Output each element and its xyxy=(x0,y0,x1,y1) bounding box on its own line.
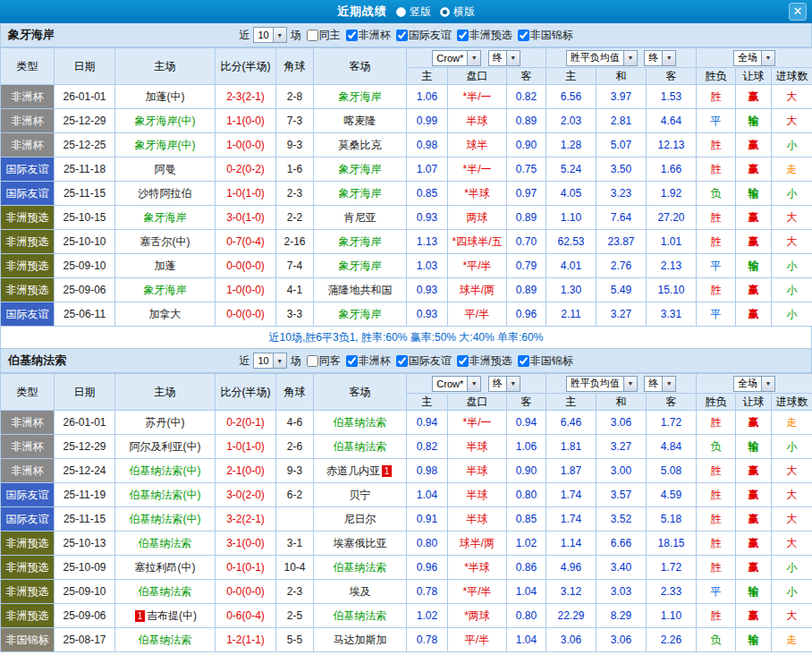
goals-result-cell: 大 xyxy=(772,85,812,109)
match-date: 25-06-11 xyxy=(55,302,115,327)
away-team: 伯基纳法索 xyxy=(314,556,407,580)
avg-draw-odds: 2.81 xyxy=(596,109,647,133)
avg-win-odds: 3.12 xyxy=(546,580,596,604)
handicap-cell: *四球半/五 xyxy=(448,230,507,254)
filter-checkbox-chan[interactable]: 非国锦标 xyxy=(514,28,573,43)
away-team: 喀麦隆 xyxy=(314,109,407,133)
away-odds: 0.89 xyxy=(507,109,546,133)
corner-cell: 3-1 xyxy=(276,532,314,556)
table-row: 国际友谊 25-06-11 加拿大 0-0(0-0) 3-3 象牙海岸 0.93… xyxy=(1,302,812,327)
corner-cell: 2-8 xyxy=(276,85,314,109)
goals-result-cell: 小 xyxy=(772,580,812,604)
away-odds: 1.06 xyxy=(507,435,546,459)
recent-count-dropdown[interactable]: 10▼ xyxy=(253,353,286,369)
away-team-name: 伯基纳法索 xyxy=(334,416,387,429)
matches-table: 类型 日期 主场 比分(半场) 角球 客场 Crow*▼ 终▼ 胜平负均值▼ 终… xyxy=(0,47,812,327)
checkbox[interactable] xyxy=(307,355,318,367)
match-date: 25-10-09 xyxy=(55,556,115,580)
recent-count-dropdown[interactable]: 10▼ xyxy=(253,27,286,43)
avg-win-odds: 6.46 xyxy=(546,411,596,435)
handicap-result-cell: 赢 xyxy=(736,302,772,327)
filter-checkbox-friendly[interactable]: 国际友谊 xyxy=(393,28,452,43)
radio-icon[interactable] xyxy=(440,7,450,17)
checkbox[interactable] xyxy=(307,30,318,41)
home-team: 象牙海岸 xyxy=(115,278,216,302)
away-team-name: 喀麦隆 xyxy=(344,115,376,127)
radio-icon[interactable] xyxy=(396,7,406,17)
final-odds-dropdown[interactable]: 终▼ xyxy=(488,376,520,392)
handicap-result-cell: 输 xyxy=(736,182,772,206)
match-date: 25-10-10 xyxy=(55,230,115,254)
handicap-result-cell: 赢 xyxy=(736,604,772,628)
away-team: 伯基纳法索 xyxy=(314,435,407,459)
avg-draw-odds: 3.50 xyxy=(596,157,647,182)
checkbox[interactable] xyxy=(457,355,469,367)
avg-draw-odds: 5.07 xyxy=(596,133,647,157)
handicap-result-cell: 赢 xyxy=(736,157,772,182)
wdl-average-dropdown[interactable]: 胜平负均值▼ xyxy=(566,376,638,392)
checkbox[interactable] xyxy=(518,30,529,41)
avg-win-odds: 1.87 xyxy=(546,459,596,483)
chevron-down-icon: ▼ xyxy=(273,353,286,368)
away-team: 尼日尔 xyxy=(314,507,407,532)
layout-radio-vertical[interactable]: 竖版 xyxy=(396,4,431,20)
chevron-down-icon: ▼ xyxy=(761,377,774,391)
home-odds: 0.82 xyxy=(407,435,448,459)
crow-odds-dropdown[interactable]: Crow*▼ xyxy=(432,50,481,66)
filter-checkbox-chan[interactable]: 非国锦标 xyxy=(514,353,573,369)
handicap-cell: *平/半 xyxy=(448,254,507,278)
home-team-name: 象牙海岸(中) xyxy=(135,115,196,127)
goals-result-cell: 小 xyxy=(772,556,812,580)
crow-odds-dropdown[interactable]: Crow*▼ xyxy=(432,376,481,392)
fullmatch-dropdown[interactable]: 全场▼ xyxy=(733,50,775,66)
home-odds: 0.96 xyxy=(407,556,448,580)
avg-draw-odds: 3.52 xyxy=(596,507,647,532)
close-button[interactable]: ✕ xyxy=(789,3,807,21)
filter-checkbox-africa-cup[interactable]: 非洲杯 xyxy=(343,28,391,43)
away-team: 伯基纳法索 xyxy=(314,411,407,435)
away-team-name: 赤道几内亚 xyxy=(326,464,380,477)
fullmatch-dropdown[interactable]: 全场▼ xyxy=(733,376,775,392)
checkbox[interactable] xyxy=(457,30,469,41)
checkbox[interactable] xyxy=(346,30,358,41)
avg-lose-odds: 4.84 xyxy=(647,435,697,459)
filter-checkbox-africa-cup[interactable]: 非洲杯 xyxy=(343,353,391,369)
checkbox[interactable] xyxy=(518,355,529,367)
home-team-name: 苏丹(中) xyxy=(146,416,185,429)
handicap-cell: 半球 xyxy=(448,109,507,133)
avg-win-odds: 1.30 xyxy=(546,278,596,302)
home-odds: 0.93 xyxy=(407,278,448,302)
filter-checkbox-same-home[interactable]: 同主 xyxy=(303,28,341,43)
col-home: 主场 xyxy=(115,48,216,85)
final-avg-dropdown[interactable]: 终▼ xyxy=(644,50,676,66)
checkbox[interactable] xyxy=(346,355,358,367)
avg-lose-odds: 1.01 xyxy=(647,230,697,254)
filter-checkbox-africa-qualify[interactable]: 非洲预选 xyxy=(453,28,512,43)
home-team-name: 伯基纳法索(中) xyxy=(130,513,201,525)
final-odds-dropdown[interactable]: 终▼ xyxy=(488,50,520,66)
goals-result-cell: 大 xyxy=(772,507,812,532)
checkbox[interactable] xyxy=(396,355,408,367)
checkbox[interactable] xyxy=(396,30,408,41)
away-team-name: 尼日尔 xyxy=(344,513,376,525)
away-team-name: 伯基纳法索 xyxy=(334,440,387,453)
col-away: 客场 xyxy=(314,48,407,85)
filter-checkbox-same-away[interactable]: 同客 xyxy=(303,353,341,369)
match-date: 25-11-18 xyxy=(55,157,115,182)
avg-win-odds: 6.56 xyxy=(546,85,596,109)
away-odds: 1.04 xyxy=(507,580,546,604)
handicap-result-cell: 输 xyxy=(736,254,772,278)
chevron-down-icon: ▼ xyxy=(623,51,637,65)
home-odds: 1.02 xyxy=(407,604,448,628)
match-type-badge: 非国锦标 xyxy=(1,628,55,652)
wdl-average-dropdown[interactable]: 胜平负均值▼ xyxy=(566,50,638,66)
layout-radio-horizontal[interactable]: 横版 xyxy=(440,4,475,20)
away-odds: 0.70 xyxy=(507,230,546,254)
away-odds: 0.79 xyxy=(507,254,546,278)
away-team-name: 伯基纳法索 xyxy=(334,609,387,622)
filter-checkbox-friendly[interactable]: 国际友谊 xyxy=(393,353,452,369)
avg-draw-odds: 3.97 xyxy=(596,85,647,109)
filter-checkbox-africa-qualify[interactable]: 非洲预选 xyxy=(453,353,512,369)
final-avg-dropdown[interactable]: 终▼ xyxy=(644,376,676,392)
away-odds: 0.75 xyxy=(507,157,546,182)
